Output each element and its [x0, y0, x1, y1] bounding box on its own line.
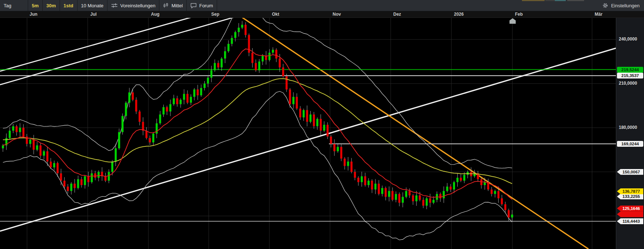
top-edge-fragment [522, 0, 545, 1]
x-axis-month-label: Jun [30, 12, 37, 17]
timeframe-label: Tag [4, 3, 11, 8]
forum-button[interactable]: Forum [187, 0, 217, 11]
x-axis-strip[interactable]: JunJulAugSepOktNovDez2026FebMär [0, 11, 644, 18]
price-axis-gutter[interactable]: 240,0000210,0000180,0000219,5244215,3537… [616, 18, 644, 249]
price-badge: 116,4443 [617, 218, 643, 224]
range-label: 10 Monate [81, 3, 103, 8]
settings-label: Einstellungen [611, 3, 640, 8]
timeframe-button-30m[interactable]: 30m [43, 0, 60, 11]
indicators-label: Mittel [171, 3, 183, 8]
range-button-10-monate[interactable]: 10 Monate [77, 0, 107, 11]
price-axis-label: 180,0000 [616, 125, 644, 130]
x-axis-month-label: Dez [393, 12, 401, 17]
x-axis-month-label: Feb [515, 12, 523, 17]
timeframe-button-tag[interactable]: Tag [0, 0, 28, 11]
price-badge: 150,0067 [617, 169, 643, 175]
price-badge [617, 211, 643, 217]
timeframe-label: 30m [46, 3, 56, 8]
indicators-button[interactable]: Mittel [159, 0, 187, 11]
top-edge-fragment [545, 0, 555, 1]
toolbar: Tag 5m 30m 1std 10 Monate Voreinstellung… [0, 0, 644, 11]
price-badge: 136,7877 [617, 188, 643, 194]
timeframe-button-1std[interactable]: 1std [60, 0, 77, 11]
x-axis-month-label: Aug [151, 12, 159, 17]
x-axis-month-label: 2026 [454, 12, 464, 17]
candlestick-icon [163, 3, 169, 8]
price-axis-label: 210,0000 [616, 81, 644, 86]
x-axis-month-label: Okt [272, 12, 279, 17]
settings-button[interactable]: Einstellungen [598, 0, 644, 11]
presets-button[interactable]: Voreinstellungen [107, 0, 159, 11]
x-axis-month-label: Jul [90, 12, 96, 17]
price-badge: 133,2255 [617, 194, 643, 199]
sliders-icon [111, 3, 118, 8]
x-axis-month-label: Sep [211, 12, 219, 17]
trading-chart-window: { "toolbar": { "items": [ {"label": "Tag… [0, 0, 644, 249]
top-edge-fragment [555, 0, 566, 1]
gear-icon [602, 3, 608, 8]
price-badge: 169,0244 [617, 141, 643, 147]
price-badge: 219,5244 [617, 67, 643, 73]
candlestick-chart-canvas[interactable] [0, 0, 644, 249]
price-axis-label: 240,0000 [616, 37, 644, 42]
presets-label: Voreinstellungen [120, 3, 155, 8]
forum-label: Forum [199, 3, 213, 8]
timeframe-label: 5m [32, 3, 39, 8]
x-axis-month-label: Nov [333, 12, 341, 17]
x-axis-month-label: Mär [595, 12, 602, 17]
timeframe-button-5m[interactable]: 5m [28, 0, 43, 11]
speech-bubble-icon [190, 3, 197, 8]
timeframe-label: 1std [64, 3, 73, 8]
price-badge: 215,3537 [617, 73, 643, 78]
top-edge-fragment [567, 0, 584, 1]
price-badge: 125,1646 [617, 206, 643, 211]
